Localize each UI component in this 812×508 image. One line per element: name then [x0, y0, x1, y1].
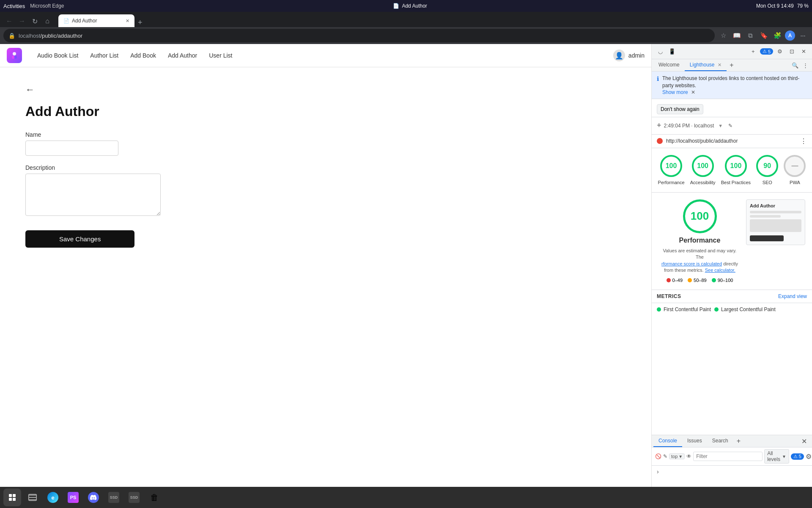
forward-button[interactable]: → [16, 15, 28, 27]
score-pwa[interactable]: — PWA [784, 155, 806, 185]
nav-add-author[interactable]: Add Author [168, 52, 197, 59]
devtools-dock-button[interactable]: ⊡ [787, 47, 797, 57]
console-issues-badge: ⚠ 5 [791, 453, 804, 460]
pwa-label: PWA [790, 179, 800, 185]
star-button[interactable]: ☆ [717, 30, 729, 41]
score-seo[interactable]: 90 SEO [756, 155, 778, 185]
see-calculator-link[interactable]: See calculator. [705, 268, 735, 273]
url-more-button[interactable]: ⋮ [800, 137, 807, 145]
webpage-nav: Audio Book List Author List Add Book Add… [0, 44, 651, 67]
console-clear-button[interactable]: 🚫 [655, 452, 661, 461]
show-more-link[interactable]: Show more [662, 89, 688, 95]
pwa-circle: — [784, 155, 806, 177]
nav-add-book[interactable]: Add Book [130, 52, 156, 59]
score-performance[interactable]: 100 Performance [658, 155, 685, 185]
score-legend: 0–49 50–89 90–100 [667, 278, 733, 283]
console-filter-toggle[interactable]: ✎ [663, 452, 667, 461]
more-button[interactable]: ··· [797, 30, 809, 41]
page-title: Add Author [25, 104, 626, 119]
score-calc-link[interactable]: rformance score is calculated [661, 261, 722, 266]
average-dot [688, 278, 692, 282]
back-arrow-button[interactable]: ← [25, 84, 35, 95]
home-button[interactable]: ⌂ [41, 15, 53, 27]
issues-tab[interactable]: Issues [682, 435, 707, 447]
name-input[interactable] [25, 141, 118, 156]
tab-close-button[interactable]: ✕ [126, 18, 129, 24]
console-settings-button[interactable]: ⚙ [806, 453, 812, 461]
taskbar-trash[interactable]: 🗑 [145, 489, 163, 506]
reading-mode-button[interactable]: 📖 [731, 30, 743, 41]
console-close-button[interactable]: ✕ [798, 436, 810, 447]
context-selector: top [671, 454, 678, 459]
console-prompt-arrow[interactable]: › [657, 468, 659, 475]
taskbar-discord[interactable] [85, 489, 102, 506]
devtools-inspect-button[interactable]: ◡ [655, 47, 665, 57]
score-best-practices[interactable]: 100 Best Practices [721, 155, 751, 185]
nav-links: Audio Book List Author List Add Book Add… [37, 52, 603, 59]
devtools-overflow-button[interactable]: ⋮ [800, 60, 810, 70]
console-filter-input[interactable] [693, 452, 763, 461]
reload-button[interactable]: ↻ [29, 15, 41, 27]
info-icon: ℹ [657, 75, 659, 82]
activities-label[interactable]: Activities [3, 3, 25, 9]
lighthouse-tab-close[interactable]: ✕ [718, 62, 721, 67]
devtools-device-button[interactable]: 📱 [667, 47, 677, 57]
devtools-topbar: ◡ 📱 + ⚠ 5 ⚙ ⊡ ✕ [652, 44, 812, 59]
metric-lcp: Largest Contentful Paint [714, 306, 776, 312]
preview-line-2 [750, 215, 781, 218]
add-devtools-tab-button[interactable]: + [727, 60, 737, 70]
extensions-button[interactable]: 🧩 [771, 30, 783, 41]
devtools-tab-welcome[interactable]: Welcome [653, 59, 685, 71]
collections-button[interactable]: 🔖 [758, 30, 770, 41]
taskbar-edge[interactable]: e [44, 489, 62, 506]
score-accessibility[interactable]: 100 Accessibility [690, 155, 716, 185]
dont-show-again-button[interactable]: Don't show again [657, 104, 703, 114]
taskbar-app-launcher[interactable] [3, 489, 21, 506]
nav-audio-book-list[interactable]: Audio Book List [37, 52, 78, 59]
taskbar-ssd1[interactable]: SSD [105, 489, 123, 506]
split-tab-button[interactable]: ⧉ [744, 30, 756, 41]
nav-user-list[interactable]: User List [209, 52, 232, 59]
new-tab-button[interactable]: + [136, 18, 144, 27]
search-tab[interactable]: Search [707, 435, 733, 447]
nav-author-list[interactable]: Author List [90, 52, 118, 59]
performance-preview-panel: Add Author [746, 199, 805, 283]
edit-url-button[interactable]: ✎ [725, 121, 735, 131]
taskbar-phpstorm[interactable]: PS [64, 489, 82, 506]
profile-button[interactable]: A [785, 30, 795, 41]
taskbar-files[interactable] [24, 489, 41, 506]
taskbar-ssd2[interactable]: SSD [125, 489, 143, 506]
lighthouse-url: http://localhost/public/addauthor [666, 138, 797, 144]
svg-rect-6 [13, 498, 16, 501]
devtools-new-tab-button[interactable]: + [748, 47, 758, 57]
back-button[interactable]: ← [3, 15, 15, 27]
save-button[interactable]: Save Changes [25, 230, 134, 248]
toolbar-icons: ☆ 📖 ⧉ 🔖 🧩 A ··· [717, 30, 809, 41]
log-levels-selector[interactable]: All levels ▼ [764, 449, 789, 464]
devtools-customize-button[interactable]: ⚙ [775, 47, 785, 57]
performance-circle: 100 [660, 155, 682, 177]
active-browser-tab[interactable]: 📄 Add Author ✕ [58, 14, 134, 27]
console-tab[interactable]: Console [653, 435, 682, 447]
big-performance-label: Performance [679, 237, 721, 244]
add-entry-button[interactable]: + [657, 121, 661, 130]
add-console-tab-button[interactable]: + [733, 436, 744, 447]
seo-circle: 90 [756, 155, 778, 177]
preview-line-1 [750, 211, 801, 213]
browser-toolbar: 🔒 localhost/public/addauthor ☆ 📖 ⧉ 🔖 🧩 A… [0, 27, 812, 44]
preview-textarea [750, 219, 801, 232]
description-input[interactable] [25, 174, 161, 216]
performance-label: Performance [658, 179, 685, 185]
taskbar: e PS SSD SSD 🗑 [0, 487, 812, 508]
expand-view-button[interactable]: Expand view [778, 293, 807, 299]
devtools-close-button[interactable]: ✕ [798, 47, 809, 57]
devtools-tab-lighthouse[interactable]: Lighthouse ✕ [685, 59, 727, 71]
browser-tabs-bar: ← → ↻ ⌂ 📄 Add Author ✕ + [0, 12, 812, 27]
metrics-header: METRICS Expand view [652, 290, 812, 303]
address-bar[interactable]: 🔒 localhost/public/addauthor [3, 29, 715, 42]
eye-button[interactable]: 👁 [686, 452, 691, 461]
devtools-search-button[interactable]: 🔍 [790, 60, 800, 70]
webpage: Audio Book List Author List Add Book Add… [0, 44, 651, 487]
admin-section: 👤 admin [613, 50, 645, 61]
svg-point-2 [14, 55, 17, 59]
